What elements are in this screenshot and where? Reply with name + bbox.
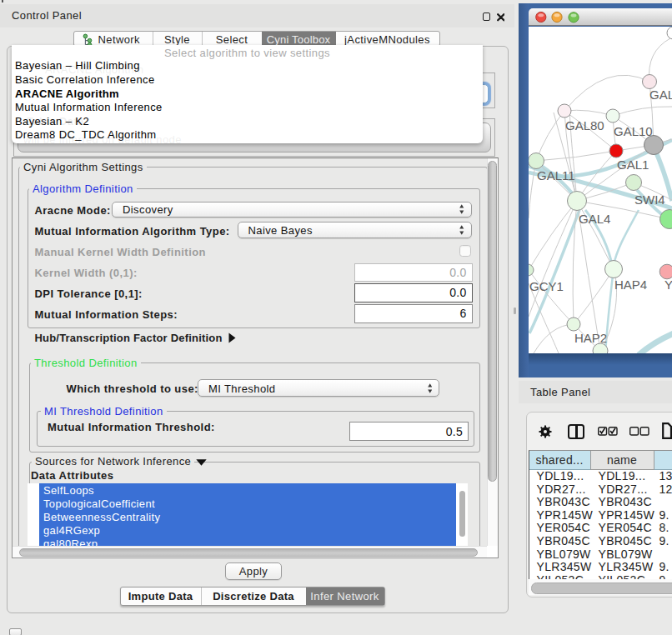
svg-text:GAL: GAL: [649, 88, 672, 102]
svg-text:GAL1: GAL1: [617, 158, 649, 172]
svg-text:GAL11: GAL11: [537, 168, 575, 182]
svg-text:SWI4: SWI4: [634, 192, 665, 207]
svg-text:GAL10: GAL10: [614, 124, 653, 138]
svg-text:GAL80: GAL80: [565, 118, 604, 132]
svg-text:GAL4: GAL4: [579, 212, 610, 226]
svg-text:GCY1: GCY1: [529, 279, 564, 293]
svg-text:HAP2: HAP2: [574, 331, 607, 345]
svg-text:Y: Y: [664, 278, 672, 292]
svg-text:HAP4: HAP4: [614, 278, 647, 292]
